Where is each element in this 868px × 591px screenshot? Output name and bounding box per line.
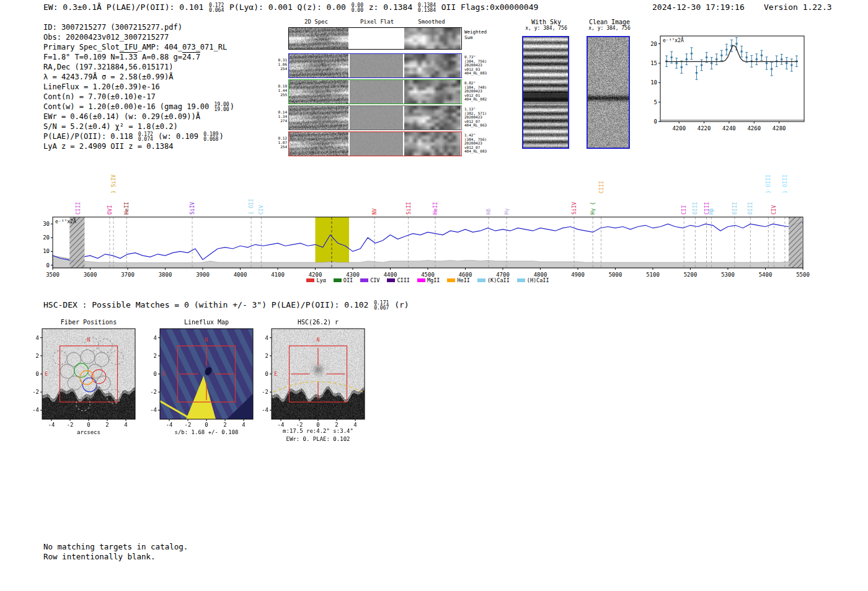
svg-text:5400: 5400 <box>759 272 773 277</box>
emission-line-label-H: Hβ <box>708 208 714 215</box>
legend-item-CIV: CIV <box>360 277 379 283</box>
zoom-plot-svg: 0510152042004220424042604280e⁻¹⁷x2Å <box>642 29 809 140</box>
cutout-row-fiber-1 <box>288 53 462 78</box>
cutout-smoothed-image <box>404 28 461 49</box>
with-sky-image <box>522 36 569 149</box>
svg-text:4800: 4800 <box>534 272 547 277</box>
svg-text:4280: 4280 <box>773 125 786 131</box>
panel-overlay-svg: -4-4-2-2002244NE <box>258 319 385 446</box>
svg-text:4500: 4500 <box>421 272 435 277</box>
emission-line-label-HeII: HeII <box>123 202 130 215</box>
svg-text:2: 2 <box>154 353 157 359</box>
info-line: RA,Dec (197.321884,56.015171) <box>43 62 234 72</box>
svg-text:4000: 4000 <box>234 272 247 277</box>
emission-line-label-SiIV: SiIV <box>571 202 577 215</box>
cutout-smoothed-image <box>404 80 461 104</box>
emission-line-label-SiIV: SiIV <box>189 202 195 215</box>
legend-label: OII <box>343 277 353 283</box>
info-line: LyA z = 2.4909 OII z = 0.1384 <box>43 141 234 151</box>
spectrum-legend: LyαOIICIVCIIIMgIIHeII(K)CaII(H)CaII <box>53 277 803 283</box>
svg-text:30: 30 <box>43 221 50 227</box>
emission-line-label-OIII: OIII <box>692 202 698 215</box>
svg-text:4200: 4200 <box>672 125 686 131</box>
cutout-col-title-pixelflat: Pixel Flat <box>349 19 405 25</box>
header-datetime-version: 2024-12-30 17:19:16 Version 1.22.3 <box>652 2 832 12</box>
svg-text:4700: 4700 <box>496 272 510 277</box>
svg-text:0: 0 <box>265 371 268 377</box>
sup-sub-value: 19.0019.00 <box>215 102 229 112</box>
svg-text:N: N <box>87 337 91 343</box>
detection-info-block: ID: 3007215277 (3007215277.pdf)Obs: 2020… <box>43 22 234 151</box>
lineflux-map-panel: Lineflux Map s/b: 1.68 +/- 0.108 -4-4-2-… <box>146 319 273 446</box>
svg-text:4: 4 <box>242 422 245 428</box>
legend-label: (H)CaII <box>527 277 549 283</box>
emission-line-label-OIII: OIII <box>747 202 753 215</box>
legend-item-KCaII: (K)CaII <box>477 277 510 283</box>
legend-swatch <box>477 278 485 282</box>
emission-line-label-OIII: } OIII <box>782 174 788 193</box>
svg-text:N: N <box>317 337 320 343</box>
svg-text:e⁻¹⁷x2Å: e⁻¹⁷x2Å <box>663 37 684 43</box>
emission-line-label-CIV: CIV <box>258 205 264 215</box>
footer-line-1: No matching targets in catalog. <box>43 542 188 552</box>
emission-line-label-OVI: OVI <box>107 205 113 215</box>
sup-sub-value: 0.13840.1384 <box>418 3 436 13</box>
svg-text:20: 20 <box>43 234 50 241</box>
svg-text:5300: 5300 <box>721 272 735 277</box>
svg-text:0: 0 <box>316 422 319 428</box>
legend-label: CIII <box>397 277 409 283</box>
cutout-left-labels: 0.311.06254 <box>277 58 287 71</box>
footer-notes: No matching targets in catalog. Row inte… <box>43 542 188 562</box>
svg-text:5500: 5500 <box>796 272 810 277</box>
cutout-2dspec-image <box>289 54 348 78</box>
cutout-pixelflat-image <box>350 80 403 104</box>
svg-text:-4: -4 <box>48 422 55 428</box>
svg-text:5100: 5100 <box>646 272 660 277</box>
emission-line-label-SiII: SiII <box>405 202 412 215</box>
full-spectrum-plot: 0102030350036003700380039004000410042004… <box>34 162 822 277</box>
svg-text:3500: 3500 <box>46 272 60 277</box>
cutout-right-labels: 0.82"(384, 748)20200423v012_01404_RL_082 <box>464 81 494 102</box>
svg-text:5000: 5000 <box>609 272 622 277</box>
legend-swatch <box>334 278 342 282</box>
svg-text:-2: -2 <box>185 422 192 428</box>
legend-swatch <box>447 278 455 282</box>
cutout-pixelflat-image <box>350 106 403 130</box>
svg-text:15: 15 <box>650 60 657 66</box>
detection-zoom-plot: 0510152042004220424042604280e⁻¹⁷x2Å <box>642 29 809 140</box>
footer-line-2: Row intentionally blank. <box>43 552 188 562</box>
svg-text:5200: 5200 <box>684 272 698 277</box>
panel-body: -4-4-2-2002244NE <box>146 319 273 446</box>
report-datetime: 2024-12-30 17:19:16 <box>652 2 745 12</box>
svg-text:E: E <box>45 371 48 377</box>
svg-text:E: E <box>162 371 166 377</box>
svg-text:10: 10 <box>43 248 50 254</box>
svg-text:10: 10 <box>650 79 657 86</box>
cutout-pixelflat-image <box>350 132 403 156</box>
svg-text:-4: -4 <box>32 407 39 413</box>
cutout-right-labels: 1.42"(384, 756)20200423v012_07404_RL_083 <box>464 133 494 154</box>
svg-text:4100: 4100 <box>271 272 285 277</box>
sup-sub-value: 0.1720.064 <box>209 3 224 13</box>
legend-label: (K)CaII <box>487 277 510 283</box>
svg-text:2: 2 <box>105 422 108 428</box>
cutout-row-fiber-4 <box>288 131 462 156</box>
svg-text:0: 0 <box>154 371 157 377</box>
emission-line-label-HeII: HeII <box>432 202 438 215</box>
clean-image <box>587 36 630 149</box>
svg-text:3800: 3800 <box>159 272 172 277</box>
svg-text:4220: 4220 <box>698 125 711 131</box>
svg-text:5: 5 <box>654 99 657 105</box>
legend-swatch <box>387 278 395 282</box>
emission-line-label-OII: { OII <box>248 198 254 215</box>
cutout-2dspec-image <box>289 106 348 130</box>
with-sky-title: With Sky <box>512 19 580 25</box>
legend-swatch <box>517 278 525 282</box>
cutout-right-labels: WeightedSum <box>464 29 494 40</box>
cutout-2dspec-image <box>289 28 348 49</box>
panel-body: -4-4-2-2002244NE <box>258 319 385 446</box>
elixer-detection-report: EW: 0.3±0.1Å P(LAE)/P(OII): 0.101 0.1720… <box>0 0 868 591</box>
svg-text:4260: 4260 <box>747 125 761 131</box>
info-line: ID: 3007215277 (3007215277.pdf) <box>43 22 234 32</box>
cutout-2dspec-image <box>289 80 348 104</box>
